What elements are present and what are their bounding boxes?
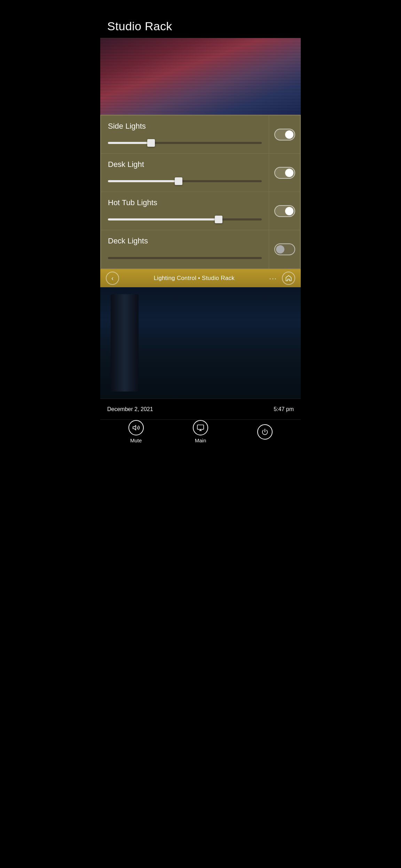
side-lights-row: Side Lights [101,115,300,154]
power-icon [261,428,269,436]
decorative-lights [118,308,120,352]
deck-lights-slider-container[interactable] [108,254,262,262]
controls-panel: Side Lights Desk Light [100,115,301,269]
mute-label: Mute [130,437,142,443]
desk-light-row: Desk Light [101,154,300,192]
display-icon-container [193,420,208,435]
hot-tub-lights-toggle-knob [285,207,293,215]
tab-bar: Mute Main [100,419,301,447]
status-bar-bottom: December 2, 2021 5:47 pm [100,399,301,419]
display-icon [197,424,204,432]
more-options-button[interactable]: ··· [269,274,277,282]
desk-light-track [108,180,262,182]
side-lights-toggle-knob [285,130,293,139]
top-background-image [100,38,301,115]
deck-lights-track [108,257,262,259]
home-button[interactable] [282,272,295,285]
deck-lights-label: Deck Lights [108,236,262,246]
title-area: Studio Rack [100,15,301,38]
desk-light-toggle[interactable] [274,167,295,179]
side-lights-toggle[interactable] [274,129,295,140]
back-chevron-icon: ‹ [111,275,113,282]
back-button[interactable]: ‹ [106,272,119,285]
desk-light-fill [108,180,179,182]
bottom-nav-bar: ‹ Lighting Control • Studio Rack ··· [100,269,301,287]
home-icon [285,275,292,282]
side-lights-track [108,142,262,144]
volume-icon [132,424,140,432]
hot-tub-lights-thumb[interactable] [215,216,222,223]
volume-icon-container [128,420,144,435]
deck-lights-toggle[interactable] [274,243,295,255]
svg-rect-1 [197,425,204,429]
status-bar-top [100,0,301,15]
tab-item-main[interactable]: Main [193,420,208,443]
side-lights-slider-container[interactable] [108,139,262,147]
hot-tub-lights-fill [108,218,219,220]
desk-light-label: Desk Light [108,160,262,169]
nav-title: Lighting Control • Studio Rack [154,275,235,282]
svg-marker-0 [133,426,135,430]
main-label: Main [195,437,206,443]
page-title: Studio Rack [107,19,294,33]
bottom-background-image [100,287,301,399]
hot-tub-lights-row: Hot Tub Lights [101,192,300,230]
desk-light-thumb[interactable] [175,177,182,185]
power-icon-container [257,424,273,440]
hot-tub-lights-slider-container[interactable] [108,215,262,224]
tab-item-power[interactable] [257,424,273,440]
status-date: December 2, 2021 [107,406,153,412]
deck-lights-toggle-knob [276,245,284,254]
hot-tub-lights-toggle[interactable] [274,205,295,217]
deck-lights-row: Deck Lights [101,230,300,268]
tab-item-mute[interactable]: Mute [128,420,144,443]
status-time: 5:47 pm [274,406,294,412]
hot-tub-lights-label: Hot Tub Lights [108,198,262,207]
side-lights-fill [108,142,151,144]
desk-light-toggle-knob [285,169,293,177]
side-lights-label: Side Lights [108,122,262,131]
desk-light-slider-container[interactable] [108,177,262,185]
side-lights-thumb[interactable] [147,139,155,147]
hot-tub-lights-track [108,218,262,220]
